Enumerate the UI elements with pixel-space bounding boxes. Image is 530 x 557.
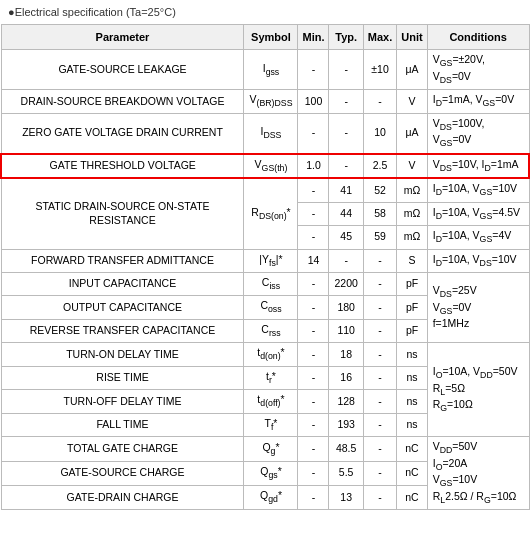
unit-qg: nC — [397, 437, 427, 461]
typ-rdson-3: 45 — [329, 226, 363, 249]
min-qgs: - — [298, 461, 329, 485]
max-tf: - — [363, 413, 396, 436]
max-tr: - — [363, 366, 396, 389]
param-input-cap: INPUT CAPACITANCE — [1, 272, 244, 295]
symbol-qgd: Qgd* — [244, 485, 298, 509]
typ-yfs: - — [329, 249, 363, 272]
max-qgd: - — [363, 485, 396, 509]
param-turn-on-delay: TURN-ON DELAY TIME — [1, 343, 244, 366]
typ-tf: 193 — [329, 413, 363, 436]
typ-tdon: 18 — [329, 343, 363, 366]
unit-yfs: S — [397, 249, 427, 272]
max-rdson-1: 52 — [363, 178, 396, 202]
max-coss: - — [363, 296, 396, 319]
max-idss: 10 — [363, 113, 396, 153]
max-vbrdss: - — [363, 90, 396, 113]
table-row: STATIC DRAIN-SOURCE ON-STATE RESISTANCE … — [1, 178, 529, 202]
param-output-cap: OUTPUT CAPACITANCE — [1, 296, 244, 319]
electrical-spec-table: Parameter Symbol Min. Typ. Max. Unit Con… — [0, 24, 530, 510]
table-row: INPUT CAPACITANCE Ciss - 2200 - pF VDS=2… — [1, 272, 529, 295]
typ-qgd: 13 — [329, 485, 363, 509]
cond-yfs: ID=10A, VDS=10V — [427, 249, 529, 272]
param-gate-source-leakage: GATE-SOURCE LEAKAGE — [1, 50, 244, 90]
cond-rdson-1: ID=10A, VGS=10V — [427, 178, 529, 202]
min-crss: - — [298, 319, 329, 342]
table-row-gate-threshold: GATE THRESHOLD VOLTAGE VGS(th) 1.0 - 2.5… — [1, 154, 529, 178]
min-rdson-2: - — [298, 202, 329, 225]
table-row: GATE-SOURCE LEAKAGE Igss - - ±10 μA VGS=… — [1, 50, 529, 90]
symbol-qgs: Qgs* — [244, 461, 298, 485]
cond-rdson-2: ID=10A, VGS=4.5V — [427, 202, 529, 225]
param-reverse-transfer: REVERSE TRANSFER CAPACITANCE — [1, 319, 244, 342]
header-text: ●Electrical specification (Ta=25°C) — [8, 6, 176, 18]
typ-vbrdss: - — [329, 90, 363, 113]
col-unit: Unit — [397, 25, 427, 50]
param-drain-source-breakdown: DRAIN-SOURCE BREAKDOWN VOLTAGE — [1, 90, 244, 113]
typ-idss: - — [329, 113, 363, 153]
unit-vbrdss: V — [397, 90, 427, 113]
cond-rdson-3: ID=10A, VGS=4V — [427, 226, 529, 249]
min-idss: - — [298, 113, 329, 153]
cond-idss: VDS=100V, VGS=0V — [427, 113, 529, 153]
symbol-tf: Tf* — [244, 413, 298, 436]
typ-tr: 16 — [329, 366, 363, 389]
unit-coss: pF — [397, 296, 427, 319]
unit-qgd: nC — [397, 485, 427, 509]
unit-rdson-3: mΩ — [397, 226, 427, 249]
min-yfs: 14 — [298, 249, 329, 272]
typ-coss: 180 — [329, 296, 363, 319]
symbol-tdoff: td(off)* — [244, 390, 298, 413]
min-qg: - — [298, 437, 329, 461]
symbol-igss: Igss — [244, 50, 298, 90]
cond-switching: IO=10A, VDD=50VRL=5ΩRG=10Ω — [427, 343, 529, 437]
unit-crss: pF — [397, 319, 427, 342]
max-qgs: - — [363, 461, 396, 485]
min-tdoff: - — [298, 390, 329, 413]
unit-tdon: ns — [397, 343, 427, 366]
cond-vgsth: VDS=10V, ID=1mA — [427, 154, 529, 178]
symbol-vgsth: VGS(th) — [244, 154, 298, 178]
param-zero-gate: ZERO GATE VOLTAGE DRAIN CURRENT — [1, 113, 244, 153]
param-gate-threshold: GATE THRESHOLD VOLTAGE — [1, 154, 244, 178]
param-total-gate-charge: TOTAL GATE CHARGE — [1, 437, 244, 461]
min-tr: - — [298, 366, 329, 389]
cond-charge: VDD=50VIO=20AVGS=10VRL2.5Ω / RG=10Ω — [427, 437, 529, 510]
page-header: ●Electrical specification (Ta=25°C) — [0, 0, 530, 24]
symbol-tdon: td(on)* — [244, 343, 298, 366]
param-gate-source-charge: GATE-SOURCE CHARGE — [1, 461, 244, 485]
min-rdson-3: - — [298, 226, 329, 249]
col-max: Max. — [363, 25, 396, 50]
unit-rdson-1: mΩ — [397, 178, 427, 202]
symbol-qg: Qg* — [244, 437, 298, 461]
min-vbrdss: 100 — [298, 90, 329, 113]
max-yfs: - — [363, 249, 396, 272]
table-row: ZERO GATE VOLTAGE DRAIN CURRENT IDSS - -… — [1, 113, 529, 153]
symbol-crss: Crss — [244, 319, 298, 342]
max-ciss: - — [363, 272, 396, 295]
col-symbol: Symbol — [244, 25, 298, 50]
max-qg: - — [363, 437, 396, 461]
symbol-ciss: Ciss — [244, 272, 298, 295]
typ-ciss: 2200 — [329, 272, 363, 295]
param-turn-off-delay: TURN-OFF DELAY TIME — [1, 390, 244, 413]
symbol-idss: IDSS — [244, 113, 298, 153]
max-crss: - — [363, 319, 396, 342]
typ-igss: - — [329, 50, 363, 90]
table-row: TURN-ON DELAY TIME td(on)* - 18 - ns IO=… — [1, 343, 529, 366]
unit-tr: ns — [397, 366, 427, 389]
typ-vgsth: - — [329, 154, 363, 178]
param-forward-transfer: FORWARD TRANSFER ADMITTANCE — [1, 249, 244, 272]
typ-qg: 48.5 — [329, 437, 363, 461]
max-rdson-2: 58 — [363, 202, 396, 225]
typ-crss: 110 — [329, 319, 363, 342]
max-tdoff: - — [363, 390, 396, 413]
min-vgsth: 1.0 — [298, 154, 329, 178]
typ-tdoff: 128 — [329, 390, 363, 413]
unit-idss: μA — [397, 113, 427, 153]
col-conditions: Conditions — [427, 25, 529, 50]
min-igss: - — [298, 50, 329, 90]
unit-rdson-2: mΩ — [397, 202, 427, 225]
typ-rdson-1: 41 — [329, 178, 363, 202]
param-static-drain: STATIC DRAIN-SOURCE ON-STATE RESISTANCE — [1, 178, 244, 249]
min-tf: - — [298, 413, 329, 436]
